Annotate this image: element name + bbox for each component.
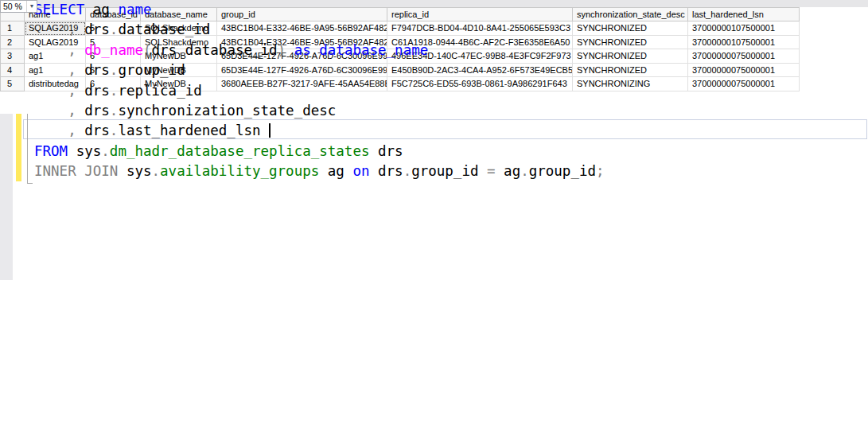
code-token: , <box>68 62 84 78</box>
chevron-down-icon[interactable]: ▼ <box>26 1 37 12</box>
code-text[interactable]: SELECT ag.name , drs.database_id , db_na… <box>34 0 605 182</box>
code-token <box>34 42 68 58</box>
code-token: drs <box>84 83 110 99</box>
code-token: , <box>68 123 84 138</box>
code-line[interactable]: , drs.group_id <box>34 60 605 80</box>
code-token: group_id <box>529 163 596 179</box>
code-token: , <box>68 103 84 119</box>
code-token: ag <box>496 163 521 179</box>
row-number[interactable]: 4 <box>0 64 25 78</box>
code-token: , <box>68 42 84 58</box>
code-token: group_id <box>118 62 185 78</box>
code-token: . <box>110 2 119 18</box>
code-token: drs <box>84 103 110 119</box>
code-token <box>34 62 68 78</box>
code-token: ) <box>278 42 294 58</box>
code-token: ag <box>84 2 110 18</box>
row-number[interactable]: 1 <box>0 21 25 36</box>
code-token: . <box>177 42 185 58</box>
fold-region-end <box>27 183 33 184</box>
code-token: db_name <box>84 42 143 58</box>
code-token <box>34 103 68 119</box>
code-line[interactable]: FROM sys.dm_hadr_database_replica_states… <box>34 142 605 161</box>
code-line[interactable]: , drs.database_id <box>34 20 605 40</box>
code-token: = <box>487 163 496 179</box>
code-token: availability_groups <box>160 163 319 179</box>
code-token: drs <box>84 123 110 138</box>
grid-cell[interactable]: 37000000075000001 <box>688 49 800 64</box>
grid-cell[interactable]: 37000000107500001 <box>688 36 800 50</box>
code-token: synchronization_state_desc <box>118 103 336 119</box>
code-token: database_id <box>118 21 210 37</box>
code-token: ; <box>596 163 605 179</box>
code-token: . <box>110 83 119 99</box>
code-token: , <box>68 83 84 99</box>
code-token: name <box>118 2 151 18</box>
code-token: . <box>403 163 412 179</box>
text-caret <box>269 123 271 138</box>
code-line[interactable]: , drs.synchronization_state_desc <box>34 101 605 121</box>
code-token: database_id <box>185 42 278 58</box>
code-token: ag <box>319 163 352 179</box>
code-token: . <box>101 143 110 159</box>
row-number[interactable]: 5 <box>0 77 25 91</box>
zoom-level-value: 50 % <box>1 2 26 11</box>
code-token: drs <box>84 62 110 78</box>
code-token: replica_id <box>118 83 201 99</box>
code-line[interactable]: , drs.last_hardened_lsn <box>34 121 605 141</box>
code-token: drs <box>369 143 403 159</box>
code-token <box>34 21 68 37</box>
code-token: sys <box>118 163 151 179</box>
code-token: . <box>152 163 161 179</box>
code-line[interactable]: , drs.replica_id <box>34 81 605 101</box>
code-token: . <box>110 103 119 119</box>
code-token: dm_hadr_database_replica_states <box>110 143 370 159</box>
row-number[interactable]: 2 <box>0 36 25 50</box>
column-header-last_hardened_lsn[interactable]: last_hardened_lsn <box>688 7 800 21</box>
code-token: FROM <box>34 143 68 159</box>
code-token: last_hardened_lsn <box>118 123 260 138</box>
grid-cell[interactable]: 37000000075000001 <box>688 64 800 78</box>
code-token: as database_name <box>294 42 429 58</box>
code-token: INNER JOIN <box>34 163 118 179</box>
editor-zoom-dropdown[interactable]: 50 % ▼ <box>0 0 37 13</box>
code-token: SELECT <box>34 2 84 18</box>
code-token: drs <box>84 21 110 37</box>
code-token: sys <box>68 143 101 159</box>
row-number[interactable]: 3 <box>0 49 25 64</box>
code-token: ( <box>143 42 152 58</box>
code-line[interactable]: , db_name(drs.database_id) as database_n… <box>34 41 605 60</box>
code-token: . <box>110 21 119 37</box>
code-token: drs <box>152 42 177 58</box>
code-token: . <box>110 62 119 78</box>
grid-cell[interactable]: 37000000075000001 <box>688 77 800 91</box>
code-line[interactable]: INNER JOIN sys.availability_groups ag on… <box>34 161 605 181</box>
code-token <box>34 123 68 138</box>
code-token: , <box>68 21 84 37</box>
code-token: . <box>520 163 529 179</box>
code-token: on <box>352 163 369 179</box>
code-line[interactable]: SELECT ag.name <box>34 0 605 20</box>
grid-cell[interactable]: 37000000107500001 <box>688 21 800 36</box>
code-token: . <box>110 123 119 138</box>
code-token: drs <box>369 163 403 179</box>
code-token <box>34 83 68 99</box>
code-token: group_id <box>411 163 487 179</box>
